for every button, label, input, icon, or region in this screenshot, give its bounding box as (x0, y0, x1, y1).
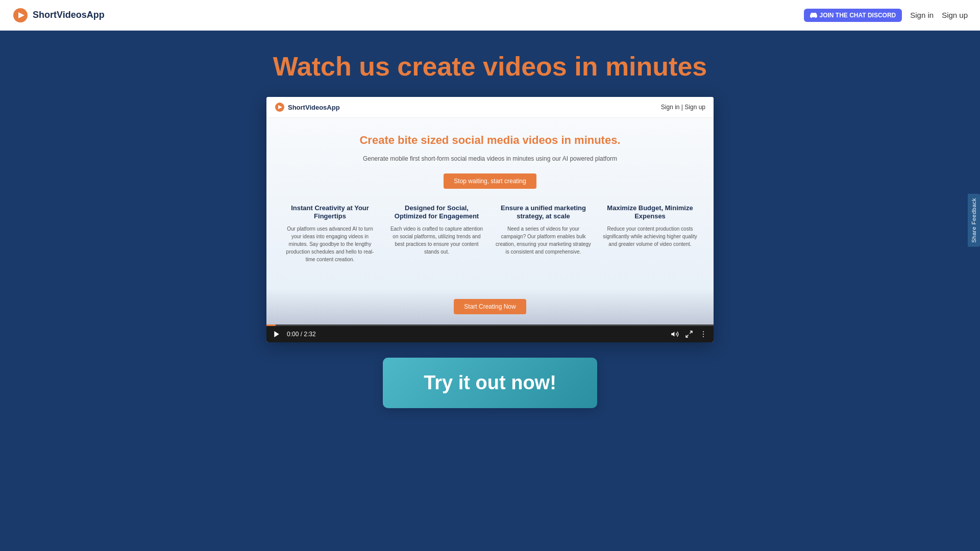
svg-point-8 (703, 332, 704, 333)
volume-button[interactable] (671, 330, 679, 338)
inner-logo-icon (275, 102, 285, 112)
video-inner-header: ShortVideosApp Sign in | Sign up (266, 97, 714, 118)
discord-button[interactable]: JOIN THE CHAT DISCORD (804, 9, 902, 22)
play-button[interactable] (273, 330, 281, 338)
feature-card-3: Maximize Budget, Minimize Expenses Reduc… (602, 204, 698, 264)
logo-icon (12, 7, 29, 23)
video-progress-fill (266, 324, 276, 326)
try-cta-section: Try it out now! (383, 358, 597, 408)
video-bottom-section: Start Creating Now (266, 289, 714, 324)
share-feedback-container: Share Feedback (968, 194, 980, 247)
feature-desc-2: Need a series of videos for your campaig… (495, 225, 592, 256)
fullscreen-button[interactable] (685, 330, 693, 338)
header-right: JOIN THE CHAT DISCORD Sign in Sign up (804, 9, 968, 22)
video-content-area: Create bite sized social media videos in… (266, 118, 714, 289)
inner-nav: Sign in | Sign up (661, 104, 705, 111)
sign-in-link[interactable]: Sign in (910, 11, 934, 19)
feature-card-2: Ensure a unified marketing strategy, at … (495, 204, 592, 264)
header: ShortVideosApp JOIN THE CHAT DISCORD Sig… (0, 0, 980, 31)
more-options-button[interactable] (699, 330, 707, 338)
discord-icon (810, 12, 817, 19)
video-bottom-cta-button[interactable]: Start Creating Now (454, 299, 526, 314)
feature-desc-1: Each video is crafted to capture attenti… (388, 225, 485, 256)
try-cta-button[interactable]: Try it out now! (383, 358, 597, 408)
more-options-icon (699, 330, 707, 338)
video-headline: Create bite sized social media videos in… (277, 133, 703, 148)
page-title: Watch us create videos in minutes (273, 51, 707, 82)
svg-line-7 (686, 335, 689, 338)
feature-desc-3: Reduce your content production costs sig… (602, 225, 698, 248)
header-logo: ShortVideosApp (12, 7, 105, 23)
video-progress-bar[interactable] (266, 324, 714, 326)
volume-icon (671, 330, 679, 338)
svg-marker-5 (671, 332, 674, 337)
play-icon (273, 330, 281, 338)
video-player: ShortVideosApp Sign in | Sign up Create … (266, 97, 714, 342)
svg-marker-4 (274, 331, 279, 337)
logo-text: ShortVideosApp (33, 10, 105, 20)
feature-card-1: Designed for Social, Optimized for Engag… (388, 204, 485, 264)
video-subtext: Generate mobile first short-form social … (277, 154, 703, 163)
inner-logo: ShortVideosApp (275, 102, 340, 112)
video-controls: 0:00 / 2:32 (266, 326, 714, 342)
main-content: Watch us create videos in minutes ShortV… (0, 0, 980, 551)
share-feedback-tab[interactable]: Share Feedback (968, 194, 980, 247)
video-cta-button[interactable]: Stop waiting, start creating (444, 173, 536, 189)
discord-btn-label: JOIN THE CHAT DISCORD (819, 12, 896, 19)
svg-point-10 (703, 336, 704, 337)
feature-title-3: Maximize Budget, Minimize Expenses (602, 204, 698, 221)
feature-grid: Instant Creativity at Your Fingertips Ou… (277, 204, 703, 274)
inner-logo-text: ShortVideosApp (288, 104, 340, 111)
sign-up-link[interactable]: Sign up (942, 11, 968, 19)
svg-point-9 (703, 334, 704, 335)
feature-title-1: Designed for Social, Optimized for Engag… (388, 204, 485, 221)
svg-line-6 (690, 331, 692, 334)
time-display: 0:00 / 2:32 (287, 331, 316, 338)
controls-right (671, 330, 707, 338)
feature-title-2: Ensure a unified marketing strategy, at … (495, 204, 592, 221)
fullscreen-icon (685, 330, 693, 338)
feature-card-0: Instant Creativity at Your Fingertips Ou… (282, 204, 378, 264)
feature-desc-0: Our platform uses advanced AI to turn yo… (282, 225, 378, 263)
feature-title-0: Instant Creativity at Your Fingertips (282, 204, 378, 221)
